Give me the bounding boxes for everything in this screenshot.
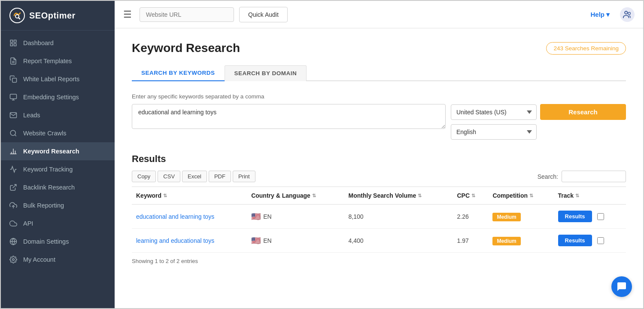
sidebar: SEOptimer DashboardReport TemplatesWhite… [1, 1, 115, 308]
sidebar-label-domain-settings: Domain Settings [23, 238, 69, 245]
cell-cpc-1: 1.97 [453, 229, 488, 253]
table-row: educational and learning toys 🇺🇸 EN 8,10… [132, 205, 626, 229]
svg-point-0 [10, 8, 24, 23]
svg-point-23 [12, 259, 15, 261]
svg-rect-3 [10, 40, 12, 42]
content-area: Keyword Research 243 Searches Remaining … [115, 28, 643, 308]
cell-volume-1: 4,400 [344, 229, 453, 253]
topbar: ☰ Quick Audit Help ▾ [115, 1, 643, 28]
page-title: Keyword Research [132, 41, 240, 55]
cell-keyword-1: learning and educational toys [132, 229, 247, 253]
user-icon [623, 10, 632, 19]
export-btn-print[interactable]: Print [233, 171, 255, 182]
cell-track-1: Results [554, 229, 626, 252]
tab-search-by-keywords[interactable]: SEARCH BY KEYWORDS [132, 65, 225, 81]
sidebar-item-domain-settings[interactable]: Domain Settings [1, 233, 115, 251]
competition-badge-0: Medium [492, 213, 520, 221]
svg-rect-10 [10, 94, 17, 99]
col-header-cpc[interactable]: CPC ⇅ [453, 187, 488, 205]
sidebar-item-embedding-settings[interactable]: Embedding Settings [1, 88, 115, 106]
svg-rect-5 [10, 44, 12, 46]
chat-bubble[interactable] [611, 276, 632, 297]
results-btn-0[interactable]: Results [558, 211, 592, 222]
searches-remaining-badge: 243 Searches Remaining [546, 42, 626, 55]
sidebar-label-backlink-research: Backlink Research [23, 184, 75, 191]
sidebar-item-backlink-research[interactable]: Backlink Research [1, 178, 115, 196]
sidebar-item-keyword-tracking[interactable]: Keyword Tracking [1, 160, 115, 178]
sidebar-label-api: API [23, 220, 33, 227]
search-row: educational and learning toys United Sta… [132, 104, 626, 140]
results-table-header-row: Keyword ⇅Country & Language ⇅Monthly Sea… [132, 187, 626, 205]
cell-lang-1: EN [263, 237, 271, 244]
tab-search-by-domain[interactable]: SEARCH BY DOMAIN [225, 65, 307, 81]
sidebar-item-website-crawls[interactable]: Website Crawls [1, 124, 115, 142]
sidebar-label-my-account: My Account [23, 256, 55, 263]
language-select[interactable]: EnglishSpanishFrenchGerman [451, 124, 537, 140]
export-btn-csv[interactable]: CSV [158, 171, 180, 182]
results-export-buttons: CopyCSVExcelPDFPrint [132, 171, 255, 182]
results-btn-1[interactable]: Results [558, 235, 592, 246]
sidebar-item-leads[interactable]: Leads [1, 106, 115, 124]
export-btn-copy[interactable]: Copy [132, 171, 156, 182]
cell-cpc-0: 2.26 [453, 205, 488, 229]
seoptimer-logo-icon [9, 8, 25, 23]
cell-track-0: Results [554, 205, 626, 228]
search-instruction: Enter any specific keywords separated by… [132, 93, 626, 100]
sidebar-item-api[interactable]: API [1, 214, 115, 233]
col-header-monthly_search_volume[interactable]: Monthly Search Volume ⇅ [344, 187, 453, 205]
svg-rect-6 [14, 44, 16, 46]
sidebar-label-website-crawls: Website Crawls [23, 130, 66, 137]
brand-name: SEOptimer [29, 11, 76, 21]
sidebar-label-dashboard: Dashboard [23, 40, 54, 46]
sidebar-label-report-templates: Report Templates [23, 58, 72, 64]
search-label: Search: [538, 173, 558, 180]
sidebar-item-my-account[interactable]: My Account [1, 251, 115, 269]
results-table-head: Keyword ⇅Country & Language ⇅Monthly Sea… [132, 187, 626, 205]
showing-entries-text: Showing 1 to 2 of 2 entries [132, 258, 626, 264]
sidebar-label-leads: Leads [23, 112, 40, 119]
flag-icon-0: 🇺🇸 [251, 212, 261, 221]
quick-audit-button[interactable]: Quick Audit [239, 7, 288, 22]
sidebar-item-keyword-research[interactable]: Keyword Research [1, 142, 115, 160]
results-search: Search: [538, 171, 626, 182]
sidebar-item-white-label-reports[interactable]: White Label Reports [1, 70, 115, 88]
results-toolbar: CopyCSVExcelPDFPrint Search: [132, 171, 626, 182]
sidebar-label-bulk-reporting: Bulk Reporting [23, 202, 64, 209]
keyword-textarea[interactable]: educational and learning toys [132, 104, 446, 129]
tabs: SEARCH BY KEYWORDS SEARCH BY DOMAIN [132, 65, 626, 81]
sidebar-item-dashboard[interactable]: Dashboard [1, 34, 115, 52]
track-checkbox-1[interactable] [597, 237, 604, 244]
main-wrapper: ☰ Quick Audit Help ▾ Keyword Research 24… [115, 1, 643, 308]
user-avatar[interactable] [620, 7, 635, 22]
col-header-track[interactable]: Track ⇅ [554, 187, 626, 205]
sidebar-label-keyword-research: Keyword Research [23, 148, 79, 155]
export-btn-excel[interactable]: Excel [182, 171, 207, 182]
col-header-country_language[interactable]: Country & Language ⇅ [247, 187, 344, 205]
sidebar-logo[interactable]: SEOptimer [1, 1, 115, 31]
svg-rect-9 [12, 78, 17, 83]
cell-keyword-0: educational and learning toys [132, 205, 247, 229]
help-button[interactable]: Help ▾ [590, 11, 610, 18]
svg-rect-4 [14, 40, 16, 42]
cell-country-1: 🇺🇸 EN [247, 229, 344, 253]
svg-line-2 [18, 18, 20, 19]
country-select[interactable]: United States (US)United Kingdom (GB)Aus… [451, 104, 537, 120]
sidebar-label-white-label-reports: White Label Reports [23, 76, 79, 83]
svg-line-19 [13, 184, 16, 188]
col-header-competition[interactable]: Competition ⇅ [488, 187, 553, 205]
cell-country-0: 🇺🇸 EN [247, 205, 344, 229]
export-btn-pdf[interactable]: PDF [209, 171, 231, 182]
research-button[interactable]: Research [540, 104, 626, 120]
url-input[interactable] [140, 7, 234, 22]
sidebar-item-report-templates[interactable]: Report Templates [1, 52, 115, 70]
content-header: Keyword Research 243 Searches Remaining [132, 41, 626, 55]
cell-competition-0: Medium [488, 205, 553, 229]
results-table-body: educational and learning toys 🇺🇸 EN 8,10… [132, 205, 626, 253]
sidebar-item-bulk-reporting[interactable]: Bulk Reporting [1, 196, 115, 214]
cell-competition-1: Medium [488, 229, 553, 253]
col-header-keyword[interactable]: Keyword ⇅ [132, 187, 247, 205]
track-checkbox-0[interactable] [597, 213, 604, 220]
hamburger-icon[interactable]: ☰ [123, 9, 132, 20]
table-row: learning and educational toys 🇺🇸 EN 4,40… [132, 229, 626, 253]
results-search-input[interactable] [562, 171, 626, 182]
